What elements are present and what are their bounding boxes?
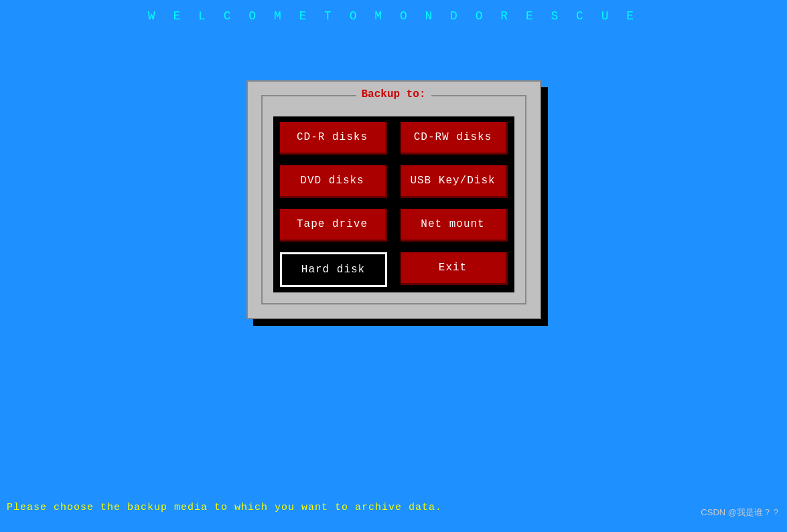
hard-disk-button[interactable]: Hard disk: [280, 252, 387, 287]
button-cell-cdrw: CD-RW disks: [394, 116, 514, 160]
cdr-button[interactable]: CD-R disks: [280, 122, 387, 155]
button-cell-cdr: CD-R disks: [273, 116, 394, 160]
usb-button[interactable]: USB Key/Disk: [401, 165, 508, 198]
button-cell-net: Net mount: [394, 203, 514, 247]
watermark: CSDN @我是谁？？: [701, 507, 780, 519]
exit-button[interactable]: Exit: [401, 252, 508, 285]
button-cell-hdd: Hard disk: [273, 247, 394, 292]
button-cell-tape: Tape drive: [273, 203, 394, 247]
button-cell-dvd: DVD disks: [273, 160, 394, 203]
dialog-legend: Backup to:: [356, 88, 431, 100]
footer-text: Please choose the backup media to which …: [7, 502, 442, 513]
dialog-border: Backup to: CD-R disks CD-RW disks DVD di…: [261, 95, 526, 304]
button-cell-exit: Exit: [394, 247, 514, 292]
net-mount-button[interactable]: Net mount: [401, 209, 508, 242]
dialog-box: Backup to: CD-R disks CD-RW disks DVD di…: [246, 80, 541, 319]
button-cell-usb: USB Key/Disk: [394, 160, 514, 203]
buttons-grid: CD-R disks CD-RW disks DVD disks USB Key…: [273, 116, 514, 292]
dvd-button[interactable]: DVD disks: [280, 165, 387, 198]
tape-button[interactable]: Tape drive: [280, 209, 387, 242]
page-title: W E L C O M E T O M O N D O R E S C U E: [0, 0, 787, 23]
cdrw-button[interactable]: CD-RW disks: [401, 122, 508, 155]
dialog-container: Backup to: CD-R disks CD-RW disks DVD di…: [246, 80, 541, 319]
